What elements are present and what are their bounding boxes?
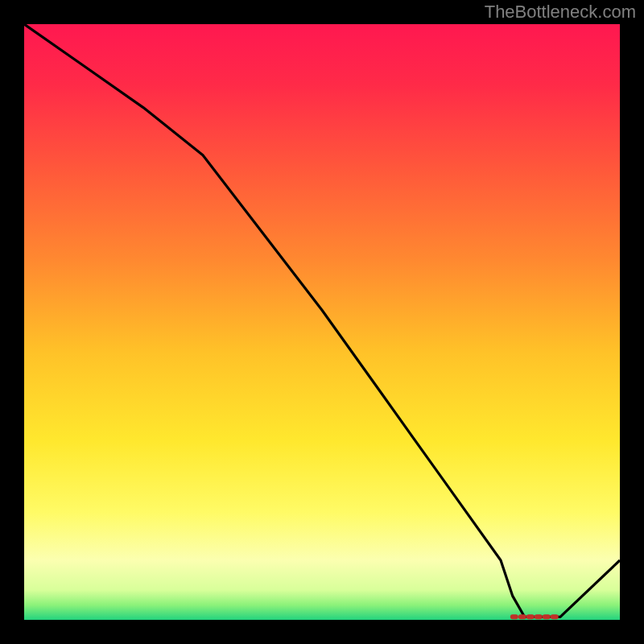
watermark-text: TheBottleneck.com: [485, 2, 636, 23]
chart-background: [24, 24, 620, 620]
chart-frame: [24, 24, 620, 620]
chart-svg: [24, 24, 620, 620]
